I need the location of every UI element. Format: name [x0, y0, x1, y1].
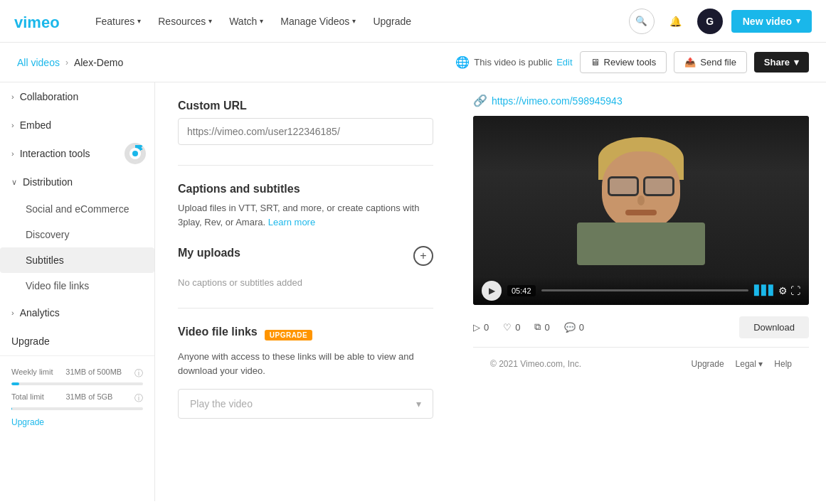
nav-resources[interactable]: Resources ▾ — [151, 11, 219, 31]
video-file-links-section: Video file links UPGRADE Anyone with acc… — [178, 326, 433, 419]
sidebar-item-distribution[interactable]: ∨ Distribution — [0, 168, 154, 196]
footer-help-link[interactable]: Help — [774, 359, 792, 369]
chevron-down-icon: ▾ — [260, 17, 263, 25]
bell-icon: 🔔 — [669, 16, 682, 27]
chevron-down-icon: ▾ — [208, 17, 212, 25]
vfl-description: Anyone with access to these links will b… — [178, 350, 433, 377]
like-count: ♡ 0 — [503, 322, 520, 333]
footer-bar: © 2021 Vimeo.com, Inc. Upgrade Legal ▾ H… — [473, 347, 809, 380]
chevron-down-icon: ▾ — [796, 16, 800, 26]
all-videos-link[interactable]: All videos — [17, 57, 60, 68]
fullscreen-icon[interactable]: ⛶ — [790, 285, 800, 296]
search-icon: 🔍 — [635, 16, 647, 26]
heart-icon: ♡ — [503, 322, 512, 333]
visibility-badge: 🌐 This video is public Edit — [455, 55, 572, 69]
upgrade-badge: UPGRADE — [265, 330, 313, 341]
send-file-button[interactable]: 📤 Send file — [674, 51, 747, 73]
vimeo-logo[interactable]: vimeo — [14, 11, 71, 31]
video-play-button[interactable]: ▶ — [482, 281, 502, 301]
top-nav: vimeo Features ▾ Resources ▾ Watch ▾ Man… — [0, 0, 826, 43]
nav-items: Features ▾ Resources ▾ Watch ▾ Manage Vi… — [88, 11, 629, 31]
monitor-icon: 🖥 — [591, 57, 600, 68]
sidebar-item-subtitles[interactable]: Subtitles — [0, 247, 154, 273]
play-video-dropdown[interactable]: Play the video ▾ — [178, 389, 433, 419]
breadcrumb-bar: All videos › Alex-Demo 🌐 This video is p… — [0, 43, 826, 82]
sidebar: › Collaboration › Embed › Interaction to… — [0, 82, 155, 501]
share-button[interactable]: Share ▾ — [754, 52, 809, 73]
captions-title: Captions and subtitles — [178, 183, 433, 195]
link-icon: 🔗 — [473, 94, 487, 107]
chevron-right-icon: › — [11, 121, 14, 129]
sidebar-item-video-file-links[interactable]: Video file links — [0, 273, 154, 299]
sidebar-item-collaboration[interactable]: › Collaboration — [0, 82, 154, 111]
nav-right: 🔍 🔔 G New video ▾ — [629, 9, 812, 34]
chevron-down-icon: ▾ — [794, 57, 799, 68]
upgrade-link[interactable]: Upgrade — [11, 417, 143, 427]
custom-url-title: Custom URL — [178, 100, 433, 112]
vfl-header: Video file links UPGRADE — [178, 326, 433, 344]
new-video-button[interactable]: New video ▾ — [731, 10, 812, 33]
breadcrumb-current: Alex-Demo — [74, 57, 123, 68]
edit-visibility-link[interactable]: Edit — [556, 57, 572, 68]
chevron-down-icon: ▾ — [416, 398, 421, 409]
nav-features[interactable]: Features ▾ — [88, 11, 148, 31]
footer-upgrade-link[interactable]: Upgrade — [692, 359, 724, 369]
uploads-section: My uploads + No captions or subtitles ad… — [178, 246, 433, 291]
info-icon: ⓘ — [134, 368, 143, 380]
divider-1 — [178, 165, 433, 166]
avatar[interactable]: G — [697, 9, 723, 34]
play-video-label: Play the video — [190, 398, 253, 409]
sidebar-item-interaction-tools[interactable]: › Interaction tools — [0, 139, 154, 168]
custom-url-section: Custom URL — [178, 100, 433, 145]
nav-upgrade[interactable]: Upgrade — [366, 11, 418, 31]
sidebar-item-analytics[interactable]: › Analytics — [0, 299, 154, 327]
sidebar-item-discovery[interactable]: Discovery — [0, 222, 154, 247]
notifications-button[interactable]: 🔔 — [663, 9, 689, 34]
weekly-progress-track — [11, 382, 143, 385]
download-button[interactable]: Download — [739, 316, 809, 338]
vfl-title: Video file links — [178, 326, 258, 338]
chat-icon: 💬 — [564, 322, 576, 333]
sidebar-item-embed[interactable]: › Embed — [0, 111, 154, 139]
my-uploads-title: My uploads — [178, 247, 240, 259]
content-area: Custom URL Captions and subtitles Upload… — [155, 82, 456, 501]
captions-description: Upload files in VTT, SRT, and more, or c… — [178, 201, 433, 229]
total-progress-fill — [11, 407, 12, 410]
video-stats: ▷ 0 ♡ 0 ⧉ 0 💬 0 Download — [473, 316, 809, 338]
chevron-right-icon: › — [11, 309, 14, 317]
globe-icon: 🌐 — [455, 55, 470, 69]
uploads-header: My uploads + — [178, 246, 433, 266]
video-progress-track[interactable] — [541, 289, 748, 291]
sidebar-item-social-ecommerce[interactable]: Social and eCommerce — [0, 196, 154, 222]
nav-manage-videos[interactable]: Manage Videos ▾ — [273, 11, 363, 31]
breadcrumb-separator: › — [65, 58, 68, 68]
svg-text:vimeo: vimeo — [14, 14, 60, 31]
total-limit-container: Total limit 31MB of 5GB ⓘ — [11, 392, 143, 410]
collections-count: ⧉ 0 — [534, 321, 549, 333]
review-tools-button[interactable]: 🖥 Review tools — [580, 51, 667, 73]
divider-2 — [178, 308, 433, 309]
video-url-link[interactable]: 🔗 https://vimeo.com/598945943 — [473, 94, 809, 107]
sidebar-footer: Weekly limit 31MB of 500MB ⓘ Total limit… — [0, 355, 154, 439]
footer-legal-link[interactable]: Legal ▾ — [736, 359, 763, 369]
settings-icon[interactable]: ⚙ — [778, 285, 788, 296]
chevron-down-icon: ▾ — [758, 359, 763, 369]
right-panel: 🔗 https://vimeo.com/598945943 — [456, 82, 826, 501]
empty-captions-text: No captions or subtitles added — [178, 274, 433, 291]
chevron-down-icon: ∨ — [11, 178, 17, 187]
captions-section: Captions and subtitles Upload files in V… — [178, 183, 433, 229]
search-button[interactable]: 🔍 — [629, 9, 655, 34]
info-icon: ⓘ — [134, 392, 143, 404]
video-thumbnail[interactable]: ▶ 05:42 ▋▋▋ ⚙ ⛶ — [473, 116, 809, 305]
send-icon: 📤 — [684, 57, 696, 68]
video-controls: ▶ 05:42 ▋▋▋ ⚙ ⛶ — [473, 277, 809, 305]
breadcrumb-actions: 🌐 This video is public Edit 🖥 Review too… — [455, 51, 809, 73]
chevron-down-icon: ▾ — [137, 17, 141, 25]
video-duration: 05:42 — [507, 285, 536, 296]
breadcrumb: All videos › Alex-Demo — [17, 57, 123, 68]
custom-url-input[interactable] — [178, 118, 433, 145]
sidebar-item-upgrade[interactable]: Upgrade — [0, 327, 154, 355]
learn-more-link[interactable]: Learn more — [268, 217, 315, 227]
nav-watch[interactable]: Watch ▾ — [222, 11, 270, 31]
add-upload-button[interactable]: + — [413, 246, 433, 266]
